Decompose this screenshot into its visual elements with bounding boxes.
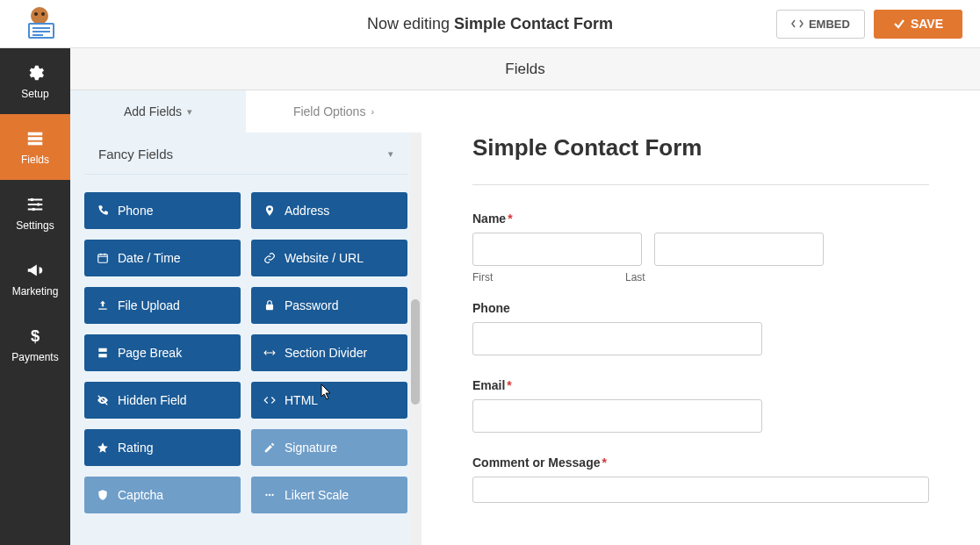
svg-text:$: $ <box>31 326 40 345</box>
form-preview: Simple Contact Form Name* First Last Pho… <box>422 90 980 545</box>
last-sublabel: Last <box>625 271 645 283</box>
last-name-input[interactable] <box>654 233 824 266</box>
topbar-title: Now editing Simple Contact Form <box>367 15 613 33</box>
app-logo <box>0 5 79 42</box>
field-button-signature[interactable]: Signature <box>251 429 407 466</box>
field-button-label: Likert Scale <box>285 488 349 502</box>
sidebar-item-fields[interactable]: Fields <box>0 114 70 180</box>
svg-rect-7 <box>32 34 43 36</box>
field-button-file-upload[interactable]: File Upload <box>84 287 241 324</box>
preview-area: Simple Contact Form Name* First Last Pho… <box>422 90 980 545</box>
field-button-label: Section Divider <box>285 346 367 360</box>
sidebar-item-label: Setup <box>21 88 48 100</box>
field-button-section-divider[interactable]: Section Divider <box>251 334 407 371</box>
gear-icon <box>25 63 45 82</box>
field-button-password[interactable]: Password <box>251 287 407 324</box>
field-button-rating[interactable]: Rating <box>84 429 241 466</box>
tab-field-options[interactable]: Field Options › <box>246 90 422 133</box>
form-icon <box>25 129 45 148</box>
field-grid: PhoneAddressDate / TimeWebsite / URLFile… <box>70 175 422 531</box>
field-button-website-url[interactable]: Website / URL <box>251 240 407 276</box>
field-button-date-time[interactable]: Date / Time <box>84 240 241 276</box>
svg-rect-6 <box>32 31 50 32</box>
label-phone: Phone <box>472 301 929 315</box>
name-row <box>472 233 929 266</box>
svg-point-2 <box>41 12 45 16</box>
field-button-page-break[interactable]: Page Break <box>84 334 241 371</box>
chevron-down-icon: ▾ <box>388 148 393 160</box>
tab-label: Field Options <box>293 104 365 118</box>
sidebar-item-setup[interactable]: Setup <box>0 48 70 114</box>
field-button-html[interactable]: HTML <box>251 382 407 419</box>
svg-rect-5 <box>32 27 50 29</box>
lock-icon <box>263 299 276 312</box>
first-sublabel: First <box>472 271 613 283</box>
svg-point-1 <box>34 12 38 16</box>
pin-icon <box>263 204 276 217</box>
sidebar-item-label: Fields <box>21 154 49 166</box>
field-button-captcha[interactable]: Captcha <box>84 477 241 513</box>
upload-icon <box>97 299 109 312</box>
divider <box>472 184 929 185</box>
svg-rect-9 <box>28 137 43 140</box>
svg-point-21 <box>271 494 273 496</box>
link-icon <box>263 252 276 264</box>
field-button-hidden-field[interactable]: Hidden Field <box>84 382 241 419</box>
sliders-icon <box>25 195 45 214</box>
scroll-thumb[interactable] <box>411 299 420 405</box>
svg-point-12 <box>37 203 40 206</box>
divider-icon <box>263 347 276 359</box>
svg-point-0 <box>31 7 48 25</box>
first-name-input[interactable] <box>472 233 642 266</box>
field-button-label: Date / Time <box>118 251 181 265</box>
chevron-right-icon: › <box>371 106 374 117</box>
fields-header: Fields <box>70 48 980 90</box>
svg-point-11 <box>31 197 34 201</box>
wpforms-logo-icon <box>21 5 58 42</box>
embed-button[interactable]: EMBED <box>776 10 865 39</box>
tab-label: Add Fields <box>124 104 182 118</box>
field-button-label: Page Break <box>118 346 182 360</box>
field-button-address[interactable]: Address <box>251 192 407 229</box>
field-button-likert-scale[interactable]: Likert Scale <box>251 477 407 513</box>
svg-rect-10 <box>28 141 43 145</box>
tabs: Add Fields ▾ Field Options › <box>70 90 422 133</box>
field-button-label: Password <box>285 298 338 312</box>
dollar-icon: $ <box>25 326 45 346</box>
comment-input[interactable] <box>472 477 929 503</box>
svg-point-13 <box>32 207 35 211</box>
sidebar-item-label: Settings <box>16 219 54 232</box>
label-name: Name* <box>472 212 929 226</box>
star-icon <box>97 441 109 454</box>
field-button-label: Hidden Field <box>118 393 187 407</box>
field-button-label: Phone <box>118 204 153 218</box>
tab-add-fields[interactable]: Add Fields ▾ <box>70 90 246 133</box>
calendar-icon <box>97 252 109 264</box>
name-sublabels: First Last <box>472 271 929 283</box>
svg-point-20 <box>269 494 270 496</box>
label-comment: Comment or Message* <box>472 455 929 470</box>
field-button-phone[interactable]: Phone <box>84 192 241 229</box>
fields-panel: Add Fields ▾ Field Options › Fancy Field… <box>70 90 422 545</box>
svg-point-19 <box>265 494 267 496</box>
svg-rect-16 <box>266 305 273 310</box>
preview-wrap: Simple Contact Form Name* First Last Pho… <box>422 90 980 545</box>
sidebar-item-settings[interactable]: Settings <box>0 180 70 246</box>
code-icon <box>263 394 276 406</box>
sidebar-item-marketing[interactable]: Marketing <box>0 246 70 312</box>
section-fancy-fields[interactable]: Fancy Fields ▾ <box>84 133 407 175</box>
sidebar-item-payments[interactable]: $ Payments <box>0 312 70 377</box>
email-input[interactable] <box>472 399 762 433</box>
field-button-label: Signature <box>285 441 337 455</box>
content: Setup Fields Settings Marketing $ Paymen… <box>0 48 980 545</box>
scrollbar[interactable] <box>409 133 422 545</box>
save-button[interactable]: SAVE <box>874 10 962 39</box>
sidebar-item-label: Marketing <box>12 285 59 298</box>
phone-input[interactable] <box>472 322 762 355</box>
shield-icon <box>97 489 109 501</box>
svg-rect-15 <box>98 255 108 262</box>
field-button-label: Captcha <box>118 488 163 502</box>
code-icon <box>791 18 803 30</box>
svg-rect-18 <box>98 354 106 357</box>
topbar-actions: EMBED SAVE <box>776 10 980 39</box>
